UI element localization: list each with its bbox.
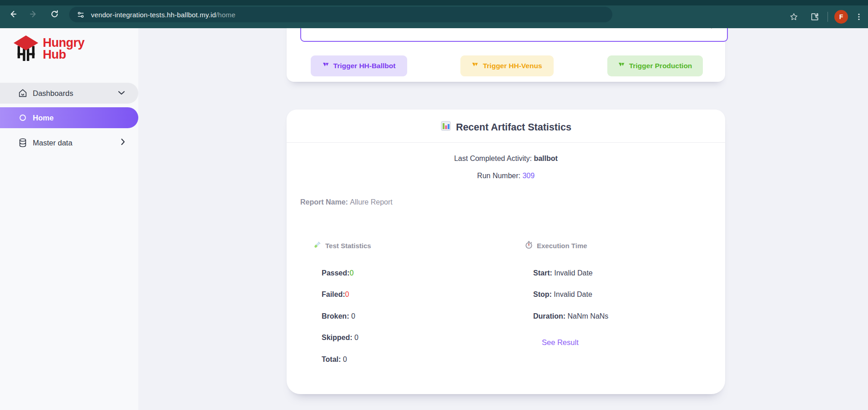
see-result-link[interactable]: See Result [542,338,579,347]
toolbar-separator [828,12,828,22]
sidebar-item-master-data[interactable]: Master data [0,132,138,153]
stat-passed: Passed:0 [322,269,353,277]
stopwatch-icon [525,241,533,250]
extensions-icon[interactable] [808,10,821,23]
sidebar-item-label: Dashboards [33,89,73,98]
stat-broken: Broken: 0 [322,312,355,320]
divider [287,142,725,143]
button-label: Trigger HH-Ballbot [333,62,396,70]
run-number: Run Number: 309 [287,172,725,180]
workflow-trigger-icon [618,62,625,70]
browser-menu-icon[interactable] [853,10,865,23]
workflow-trigger-icon [323,62,329,70]
stat-failed: Failed:0 [322,290,349,299]
circle-icon [17,114,28,121]
section-title: Test Statistics [325,242,371,250]
stat-total: Total: 0 [322,355,347,364]
report-name: Report Name: Allure Report [300,198,393,206]
activity-value: ballbot [534,155,557,162]
exec-stop: Stop: Invalid Date [533,290,592,299]
url-path: /home [216,11,236,19]
card-title: Recent Artifact Statistics [287,120,725,134]
exec-start: Start: Invalid Date [533,269,593,277]
button-label: Trigger Production [629,62,692,70]
profile-avatar[interactable]: F [834,10,848,24]
sidebar-item-home[interactable]: Home [0,107,138,128]
button-label: Trigger HH-Venus [483,62,542,70]
test-statistics-header: Test Statistics [313,241,371,250]
back-button[interactable] [6,8,19,20]
exec-stop-value: Invalid Date [554,290,592,298]
trigger-production-button[interactable]: Trigger Production [607,55,703,76]
hungry-hub-logo[interactable]: Hungry Hub [13,35,85,65]
section-title: Execution Time [537,242,587,250]
database-icon [17,138,28,148]
exec-duration: Duration: NaNm NaNs [533,312,608,320]
url-bar[interactable]: vendor-integration-tests.hh-ballbot.my.i… [69,7,612,22]
bar-chart-icon [440,120,451,134]
workflow-trigger-icon [472,62,479,70]
trigger-hh-venus-button[interactable]: Trigger HH-Venus [460,55,554,76]
recent-artifact-statistics-card: Recent Artifact Statistics Last Complete… [287,110,725,394]
stat-failed-value: 0 [345,290,349,298]
chrome-actions: F [787,5,868,28]
hungry-hub-logo-text: Hungry Hub [43,37,85,60]
chevron-down-icon [117,89,126,97]
chevron-right-icon [120,138,126,148]
stat-total-value: 0 [343,355,347,363]
home-outline-icon [17,88,28,98]
trigger-hh-ballbot-button[interactable]: Trigger HH-Ballbot [311,55,407,76]
sidebar-item-label: Master data [33,139,72,147]
window-titlebar [0,0,868,5]
exec-start-value: Invalid Date [554,269,593,277]
screen: vendor-integration-tests.hh-ballbot.my.i… [0,0,868,410]
stat-skipped-value: 0 [354,334,358,341]
last-completed-activity: Last Completed Activity: ballbot [287,155,725,163]
test-tube-icon [313,241,321,250]
run-number-value[interactable]: 309 [522,172,535,180]
url-text: vendor-integration-tests.hh-ballbot.my.i… [91,11,235,19]
execution-time-header: Execution Time [525,241,587,250]
card-title-text: Recent Artifact Statistics [456,122,571,133]
sidebar-item-label: Home [33,114,54,122]
stat-passed-value: 0 [349,269,353,277]
url-host: vendor-integration-tests.hh-ballbot.my.i… [91,11,216,19]
refresh-button[interactable] [48,8,61,20]
bookmark-star-icon[interactable] [787,10,800,23]
stat-skipped: Skipped: 0 [322,334,358,342]
browser-chrome: vendor-integration-tests.hh-ballbot.my.i… [0,0,868,28]
site-settings-icon[interactable] [76,10,85,21]
sidebar-item-dashboards[interactable]: Dashboards [0,83,138,104]
forward-button[interactable] [27,8,40,20]
exec-duration-value: NaNm NaNs [568,312,609,320]
stat-broken-value: 0 [351,312,355,320]
hungry-hub-logo-icon [13,35,39,65]
sidebar: Hungry Hub Dashboards Home Master data [0,28,138,410]
